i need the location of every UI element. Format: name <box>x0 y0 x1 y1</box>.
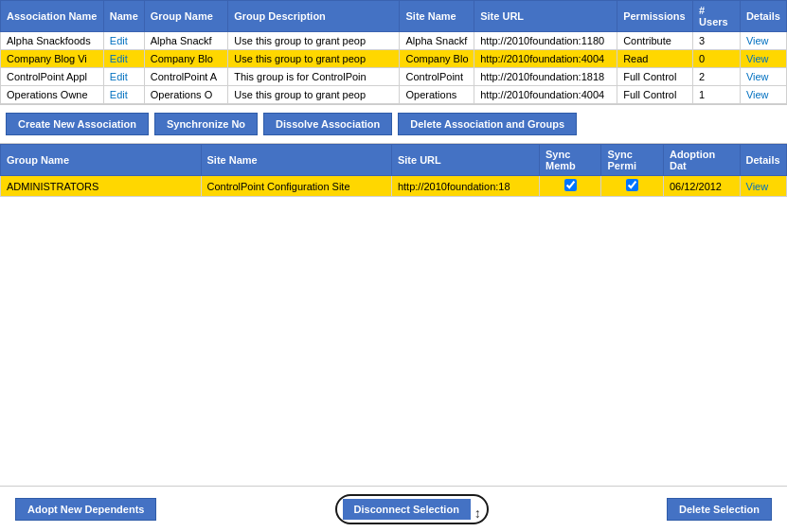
cell-group-desc: Use this group to grant peop <box>228 50 400 68</box>
cell-assoc-name: Operations Owne <box>1 86 104 104</box>
dissolve-association-button[interactable]: Dissolve Association <box>263 113 392 135</box>
middle-button-bar: Create New Association Synchronize No Di… <box>0 105 787 144</box>
main-table-header-row: Association Name Name Group Name Group D… <box>1 1 787 32</box>
sync-perm-checkbox[interactable] <box>626 179 638 191</box>
col-header-group-desc: Group Description <box>228 1 400 32</box>
cell-site-url: http://2010foundation:4004 <box>474 86 617 104</box>
main-table: Association Name Name Group Name Group D… <box>0 0 787 104</box>
cell-name-link[interactable]: Edit <box>110 35 128 46</box>
assoc-col-header-site-url: Site URL <box>391 145 539 176</box>
cell-name-link[interactable]: Edit <box>110 89 128 100</box>
cell-details[interactable]: View <box>740 86 786 104</box>
assoc-col-header-group-name: Group Name <box>1 145 202 176</box>
cursor-icon: ↕ <box>474 505 481 521</box>
cell-details-link[interactable]: View <box>746 35 769 46</box>
assoc-details-link[interactable]: View <box>746 181 769 192</box>
table-row: Company Blog ViEditCompany BloUse this g… <box>1 50 787 68</box>
cell-name[interactable]: Edit <box>103 50 144 68</box>
cell-details[interactable]: View <box>740 32 786 50</box>
cell-site-name: Operations <box>400 86 474 104</box>
cell-name[interactable]: Edit <box>103 32 144 50</box>
cell-permissions: Read <box>617 50 693 68</box>
delete-selection-button[interactable]: Delete Selection <box>667 498 772 521</box>
cell-group-desc: Use this group to grant peop <box>228 32 400 50</box>
lower-section: Group Name Site Name Site URL Sync Memb … <box>0 144 787 197</box>
assoc-col-header-site-name: Site Name <box>201 145 391 176</box>
sync-memb-checkbox[interactable] <box>564 179 577 191</box>
cell-group-name: Operations O <box>144 86 228 104</box>
cell-users: 2 <box>693 68 741 86</box>
cell-group-name: Alpha Snackf <box>144 32 228 50</box>
cell-users: 1 <box>693 86 741 104</box>
cell-site-name: Company Blo <box>400 50 474 68</box>
cell-name[interactable]: Edit <box>103 86 144 104</box>
cell-site-url: http://2010foundation:4004 <box>474 50 617 68</box>
assoc-cell-group-name: ADMINISTRATORS <box>1 176 202 197</box>
col-header-name: Name <box>103 1 144 32</box>
cell-permissions: Contribute <box>617 32 693 50</box>
col-header-site-name: Site Name <box>400 1 474 32</box>
cell-site-name: ControlPoint <box>400 68 474 86</box>
assoc-cell-adopt-date: 06/12/2012 <box>663 176 740 197</box>
cell-assoc-name: ControlPoint Appl <box>1 68 104 86</box>
table-row: Operations OwneEditOperations OUse this … <box>1 86 787 104</box>
cell-assoc-name: Alpha Snackfoods <box>1 32 104 50</box>
col-header-details: Details <box>740 1 786 32</box>
bottom-bar-left: Adopt New Dependents <box>15 498 156 521</box>
assoc-cell-site-name: ControlPoint Configuration Site <box>201 176 391 197</box>
assoc-cell-sync-perm[interactable] <box>601 176 663 197</box>
bottom-bar-right: Delete Selection <box>667 498 772 521</box>
cell-details[interactable]: View <box>740 50 786 68</box>
cell-details-link[interactable]: View <box>746 89 769 100</box>
cell-details-link[interactable]: View <box>746 53 769 64</box>
cell-group-name: Company Blo <box>144 50 228 68</box>
assoc-col-header-sync-memb: Sync Memb <box>540 145 601 176</box>
col-header-group-name: Group Name <box>144 1 228 32</box>
assoc-cell-site-url: http://2010foundation:18 <box>391 176 539 197</box>
assoc-cell-details[interactable]: View <box>740 176 787 197</box>
assoc-col-header-sync-perm: Sync Permi <box>601 145 663 176</box>
cell-group-desc: This group is for ControlPoin <box>228 68 400 86</box>
cell-name-link[interactable]: Edit <box>110 71 128 82</box>
cell-group-desc: Use this group to grant peop <box>228 86 400 104</box>
synchronize-button[interactable]: Synchronize No <box>154 113 258 135</box>
table-row: Alpha SnackfoodsEditAlpha SnackfUse this… <box>1 32 787 50</box>
assoc-table-header-row: Group Name Site Name Site URL Sync Memb … <box>1 145 787 176</box>
disconnect-wrapper: Disconnect Selection ↕ <box>335 494 489 524</box>
assoc-table: Group Name Site Name Site URL Sync Memb … <box>0 144 787 197</box>
col-header-site-url: Site URL <box>474 1 617 32</box>
cell-users: 3 <box>693 32 741 50</box>
delete-association-groups-button[interactable]: Delete Association and Groups <box>398 113 577 135</box>
cell-site-url: http://2010foundation:1818 <box>474 68 617 86</box>
col-header-permissions: Permissions <box>617 1 693 32</box>
cell-permissions: Full Control <box>617 86 693 104</box>
cell-name-link[interactable]: Edit <box>110 53 128 64</box>
assoc-cell-sync-memb[interactable] <box>540 176 601 197</box>
disconnect-selection-button[interactable]: Disconnect Selection <box>343 499 471 520</box>
cell-assoc-name: Company Blog Vi <box>1 50 104 68</box>
assoc-col-header-adopt-date: Adoption Dat <box>663 145 740 176</box>
cell-permissions: Full Control <box>617 68 693 86</box>
cell-name[interactable]: Edit <box>103 68 144 86</box>
create-new-association-button[interactable]: Create New Association <box>6 113 149 135</box>
assoc-table-row: ADMINISTRATORSControlPoint Configuration… <box>1 176 787 197</box>
cell-site-url: http://2010foundation:1180 <box>474 32 617 50</box>
top-section: Association Name Name Group Name Group D… <box>0 0 787 105</box>
assoc-col-header-details: Details <box>740 145 787 176</box>
cell-site-name: Alpha Snackf <box>400 32 474 50</box>
table-row: ControlPoint ApplEditControlPoint AThis … <box>1 68 787 86</box>
adopt-new-dependents-button[interactable]: Adopt New Dependents <box>15 498 156 521</box>
cell-users: 0 <box>693 50 741 68</box>
col-header-assoc-name: Association Name <box>1 1 104 32</box>
bottom-bar-center: Disconnect Selection ↕ <box>335 494 489 524</box>
cell-group-name: ControlPoint A <box>144 68 228 86</box>
bottom-bar: Adopt New Dependents Disconnect Selectio… <box>0 486 787 532</box>
col-header-users: # Users <box>693 1 741 32</box>
cell-details[interactable]: View <box>740 68 786 86</box>
cell-details-link[interactable]: View <box>746 71 769 82</box>
